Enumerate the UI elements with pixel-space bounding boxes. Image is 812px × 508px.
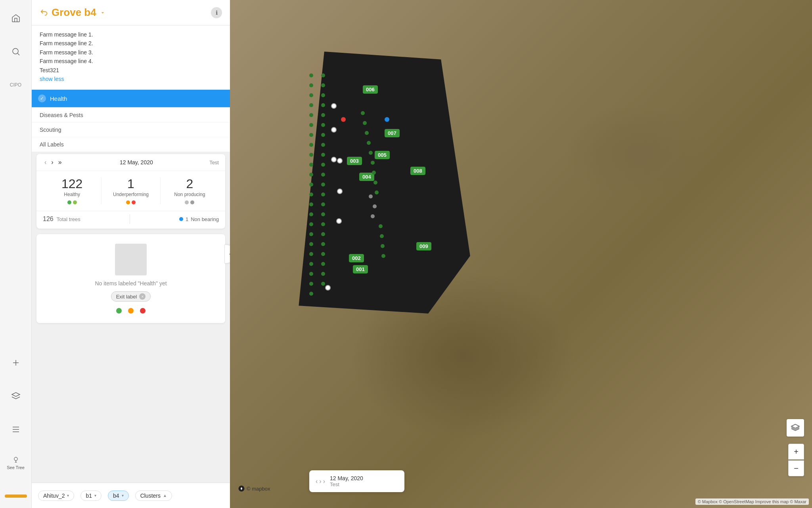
panel-collapse-button[interactable]: ‹ <box>224 244 230 264</box>
underperforming-stat: 1 Underperforming <box>102 177 160 204</box>
map-area[interactable]: 006 007 005 008 003 004 009 002 001 <box>230 0 812 508</box>
mapbox-logo: © mapbox <box>238 485 270 492</box>
tree-dot <box>309 83 313 87</box>
tree-dot <box>309 282 313 286</box>
tree-dot <box>371 161 375 165</box>
tree-label-005: 005 <box>375 151 390 159</box>
see-tree-button[interactable]: See Tree <box>4 451 28 475</box>
prev-date-button[interactable]: ‹ <box>43 158 48 167</box>
no-items-card: No items labeled "Health" yet Exit label… <box>36 234 225 323</box>
tree-dot <box>321 262 325 266</box>
stats-row: 122 Healthy 1 Underperforming 2 Non prod… <box>36 171 225 211</box>
zoom-out-button[interactable]: − <box>788 460 804 476</box>
tree-label-002: 002 <box>349 254 364 262</box>
date-mini-prev[interactable]: ‹ <box>316 478 318 485</box>
color-dots-row <box>116 308 146 314</box>
tree-dot <box>309 232 313 236</box>
orange-dot <box>128 308 134 314</box>
exit-x-button[interactable]: × <box>139 293 146 300</box>
zoom-in-button[interactable]: + <box>788 444 804 460</box>
grove-b1-selector[interactable]: b1 ▾ <box>80 491 102 501</box>
tree-dot <box>309 73 313 77</box>
tree-label-004: 004 <box>359 173 374 181</box>
tree-dot <box>380 234 384 238</box>
bottom-bar: Ahituv_2 ▾ b1 ▾ b4 ▾ Clusters ▲ <box>32 483 230 508</box>
tree-dot <box>321 222 325 226</box>
tree-dot <box>369 151 373 155</box>
tree-dot <box>309 242 313 246</box>
map-layer-button[interactable] <box>787 419 804 437</box>
tree-dot <box>321 133 325 137</box>
gray-tree-dot <box>369 194 373 198</box>
show-less-link[interactable]: show less <box>40 75 222 83</box>
tree-dot <box>363 121 367 125</box>
tree-label-001: 001 <box>353 265 368 273</box>
date-nav: ‹ › » 12 May, 2020 Test <box>36 154 225 171</box>
info-button[interactable]: ℹ <box>211 7 222 18</box>
dot-dark-gray <box>190 200 194 204</box>
tree-dot <box>309 103 313 107</box>
add-button[interactable] <box>4 351 28 375</box>
svg-point-0 <box>13 48 18 54</box>
location-pin <box>336 218 342 224</box>
tree-label-009: 009 <box>416 242 431 250</box>
tree-dot <box>361 111 365 115</box>
tree-dot <box>321 192 325 196</box>
tree-dot <box>321 113 325 117</box>
tree-label-008: 008 <box>410 167 425 175</box>
tree-dot <box>309 163 313 167</box>
total-label: Total trees <box>57 216 80 222</box>
date-mini-arrows: ‹ › › <box>316 478 325 485</box>
tree-dot <box>309 202 313 206</box>
total-count: 126 <box>43 216 54 223</box>
date-mini-fast[interactable]: › <box>323 478 325 485</box>
tree-dot <box>309 93 313 97</box>
tree-dot <box>321 93 325 97</box>
total-trees-info: 126 Total trees <box>43 216 80 223</box>
tree-dot <box>309 113 313 117</box>
tree-dot <box>375 190 379 194</box>
location-pin <box>325 285 331 291</box>
grove-title[interactable]: Grove b4 <box>40 6 106 19</box>
tree-dot <box>365 131 369 135</box>
location-pin <box>337 189 343 194</box>
tree-dot <box>381 244 385 248</box>
farm-messages: Farm message line 1. Farm message line 2… <box>32 25 230 90</box>
green-dot <box>116 308 122 314</box>
diseases-nav-item[interactable]: Diseases & Pests <box>32 108 230 122</box>
tree-dot <box>321 282 325 286</box>
date-mini-panel: ‹ › › 12 May, 2020 Test <box>309 470 404 492</box>
all-labels-nav-item[interactable]: All Labels <box>32 137 230 152</box>
layers-button[interactable] <box>4 384 28 408</box>
blue-tree-dot <box>385 117 389 122</box>
tree-dot <box>309 133 313 137</box>
grove-b4-selector[interactable]: b4 ▾ <box>108 491 129 501</box>
tree-dot <box>372 171 376 175</box>
search-button[interactable] <box>4 40 28 64</box>
healthy-dots <box>67 200 77 204</box>
health-tab[interactable]: ✓ Health <box>32 90 230 107</box>
home-button[interactable] <box>4 6 28 30</box>
no-items-text: No items labeled "Health" yet <box>95 280 167 287</box>
icon-bar: CIPO See Tree <box>0 0 32 508</box>
date-mini-next[interactable]: › <box>319 478 321 485</box>
tree-dot <box>321 242 325 246</box>
exit-label-button[interactable]: Exit label × <box>111 291 151 302</box>
red-tree-dot <box>341 117 346 122</box>
date-label: Test <box>209 160 219 165</box>
fast-forward-button[interactable]: » <box>57 158 63 167</box>
tree-dot <box>321 103 325 107</box>
grove1-chevron: ▾ <box>94 493 96 498</box>
non-bearing-label: Non bearing <box>191 216 219 222</box>
dot-light-green <box>73 200 77 204</box>
scouting-nav-item[interactable]: Scouting <box>32 122 230 137</box>
grove2-chevron: ▾ <box>122 493 124 498</box>
location-pin <box>331 157 337 162</box>
next-date-button[interactable]: › <box>50 158 55 167</box>
tree-dot <box>321 73 325 77</box>
menu-button[interactable] <box>4 418 28 441</box>
cipo-button[interactable]: CIPO <box>4 73 28 97</box>
tree-dot <box>321 202 325 206</box>
clusters-selector[interactable]: Clusters ▲ <box>135 491 172 501</box>
farm-selector[interactable]: Ahituv_2 ▾ <box>38 491 74 501</box>
